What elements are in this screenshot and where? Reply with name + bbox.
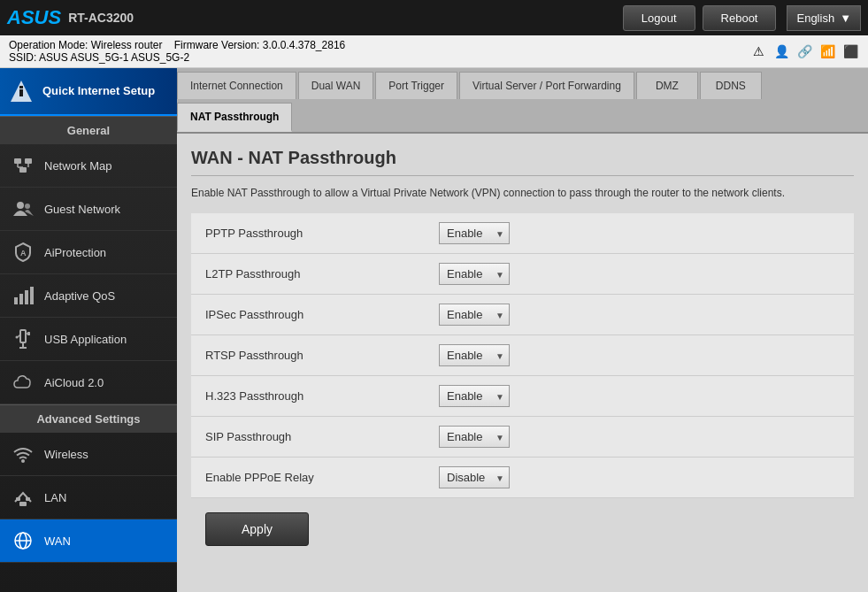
sidebar-item-wan[interactable]: WAN [0, 519, 177, 563]
tab-bar: Internet Connection Dual WAN Port Trigge… [177, 68, 868, 134]
sidebar-item-lan[interactable]: LAN [0, 476, 177, 519]
lan-icon [11, 485, 35, 510]
advanced-section-title: Advanced Settings [0, 404, 177, 433]
svg-rect-13 [19, 294, 23, 304]
dropdown-h323[interactable]: EnableDisable [439, 385, 510, 407]
warning-icon: ⚠ [749, 42, 767, 60]
table-row: L2TP PassthroughEnableDisable [191, 254, 854, 295]
chevron-down-icon: ▼ [840, 12, 851, 25]
svg-rect-12 [14, 297, 18, 304]
guest-network-label: Guest Network [44, 203, 120, 216]
sidebar-item-aiprotection[interactable]: A AiProtection [0, 231, 177, 274]
network-icon: 🔗 [795, 42, 813, 60]
quick-setup-icon [9, 79, 34, 104]
svg-point-10 [25, 204, 30, 209]
tab-nat-passthrough[interactable]: NAT Passthrough [177, 103, 292, 132]
dropdown-pppoe-relay[interactable]: EnableDisable [439, 466, 510, 488]
wireless-icon [11, 442, 35, 466]
firmware-label: Firmware Version: [174, 39, 260, 51]
sidebar-item-guest-network[interactable]: Guest Network [0, 188, 177, 231]
svg-point-20 [16, 336, 19, 339]
dropdown-wrapper-rtsp: EnableDisable [439, 344, 510, 366]
tab-port-trigger[interactable]: Port Trigger [375, 72, 457, 99]
status-bar: Operation Mode: Wireless router Firmware… [0, 35, 868, 68]
sidebar: Quick Internet Setup General Network Map… [0, 68, 177, 592]
aicloud-label: AiCloud 2.0 [44, 376, 104, 389]
apply-button[interactable]: Apply [205, 512, 309, 546]
usb-icon [11, 327, 35, 351]
sidebar-item-network-map[interactable]: Network Map [0, 144, 177, 188]
setting-value-pptp: EnableDisable [439, 213, 854, 254]
quick-internet-setup[interactable]: Quick Internet Setup [0, 68, 177, 116]
svg-rect-16 [20, 330, 26, 342]
adaptive-qos-label: Adaptive QoS [44, 289, 115, 303]
svg-rect-4 [25, 158, 32, 164]
shield-icon: A [11, 240, 35, 265]
svg-rect-2 [19, 86, 23, 88]
ssid2-link[interactable]: ASUS_5G-1 [70, 51, 128, 64]
dropdown-sip[interactable]: EnableDisable [439, 426, 510, 448]
model-name: RT-AC3200 [68, 11, 134, 25]
cloud-icon [11, 370, 35, 395]
qos-icon [11, 283, 35, 308]
table-row: IPSec PassthroughEnableDisable [191, 295, 854, 335]
dropdown-ipsec[interactable]: EnableDisable [439, 304, 510, 326]
lan-label: LAN [44, 491, 66, 504]
status-info: Operation Mode: Wireless router Firmware… [9, 39, 345, 64]
topbar: ASUS RT-AC3200 Logout Reboot English ▼ [0, 0, 868, 35]
tab-virtual-server[interactable]: Virtual Server / Port Forwarding [459, 72, 634, 99]
dropdown-wrapper-h323: EnableDisable [439, 385, 510, 407]
status-icons: ⚠ 👤 🔗 📶 ⬛ [749, 42, 859, 60]
sidebar-item-aicloud[interactable]: AiCloud 2.0 [0, 361, 177, 404]
general-section-title: General [0, 116, 177, 144]
network-map-label: Network Map [44, 159, 112, 173]
logout-button[interactable]: Logout [623, 5, 695, 31]
page-content: WAN - NAT Passthrough Enable NAT Passthr… [177, 134, 868, 592]
operation-mode-value[interactable]: Wireless router [91, 39, 163, 51]
dropdown-pptp[interactable]: EnableDisable [439, 222, 510, 244]
svg-rect-25 [16, 497, 20, 501]
svg-rect-26 [26, 497, 30, 501]
table-row: PPTP PassthroughEnableDisable [191, 213, 854, 254]
dropdown-wrapper-l2tp: EnableDisable [439, 263, 510, 285]
dropdown-rtsp[interactable]: EnableDisable [439, 344, 510, 366]
dropdown-wrapper-pptp: EnableDisable [439, 222, 510, 244]
asus-logo: ASUS [7, 6, 61, 29]
wireless-label: Wireless [44, 448, 88, 461]
setting-value-ipsec: EnableDisable [439, 295, 854, 335]
tab-ddns[interactable]: DDNS [700, 72, 762, 99]
quick-setup-label: Quick Internet Setup [42, 84, 155, 99]
firmware-value[interactable]: 3.0.0.4.378_2816 [263, 39, 345, 51]
ssid3-link[interactable]: ASUS_5G-2 [131, 51, 189, 64]
dropdown-wrapper-ipsec: EnableDisable [439, 304, 510, 326]
table-row: RTSP PassthroughEnableDisable [191, 335, 854, 376]
svg-rect-5 [19, 167, 27, 173]
main-layout: Quick Internet Setup General Network Map… [0, 68, 868, 592]
setting-value-l2tp: EnableDisable [439, 254, 854, 295]
reboot-button[interactable]: Reboot [703, 5, 777, 31]
sidebar-item-wireless[interactable]: Wireless [0, 433, 177, 476]
ssid1-link[interactable]: ASUS [39, 51, 68, 64]
setting-value-pppoe-relay: EnableDisable [439, 457, 854, 498]
content-area: Internet Connection Dual WAN Port Trigge… [177, 68, 868, 592]
apply-section: Apply [191, 498, 854, 560]
svg-rect-24 [19, 502, 27, 506]
tab-dual-wan[interactable]: Dual WAN [298, 72, 374, 99]
guest-icon [11, 196, 35, 221]
language-selector[interactable]: English ▼ [787, 5, 861, 31]
dropdown-l2tp[interactable]: EnableDisable [439, 263, 510, 285]
svg-rect-14 [25, 290, 28, 304]
svg-rect-3 [14, 158, 21, 164]
tab-dmz[interactable]: DMZ [636, 72, 698, 99]
map-icon [11, 153, 35, 178]
wifi-icon: 📶 [818, 42, 836, 60]
svg-point-23 [21, 459, 25, 463]
svg-point-9 [17, 202, 24, 209]
sidebar-item-adaptive-qos[interactable]: Adaptive QoS [0, 274, 177, 318]
setting-label-pppoe-relay: Enable PPPoE Relay [191, 457, 439, 498]
tab-internet-connection[interactable]: Internet Connection [177, 72, 296, 99]
table-row: H.323 PassthroughEnableDisable [191, 376, 854, 417]
setting-label-sip: SIP Passthrough [191, 417, 439, 457]
page-title: WAN - NAT Passthrough [191, 148, 854, 176]
sidebar-item-usb-application[interactable]: USB Application [0, 318, 177, 361]
